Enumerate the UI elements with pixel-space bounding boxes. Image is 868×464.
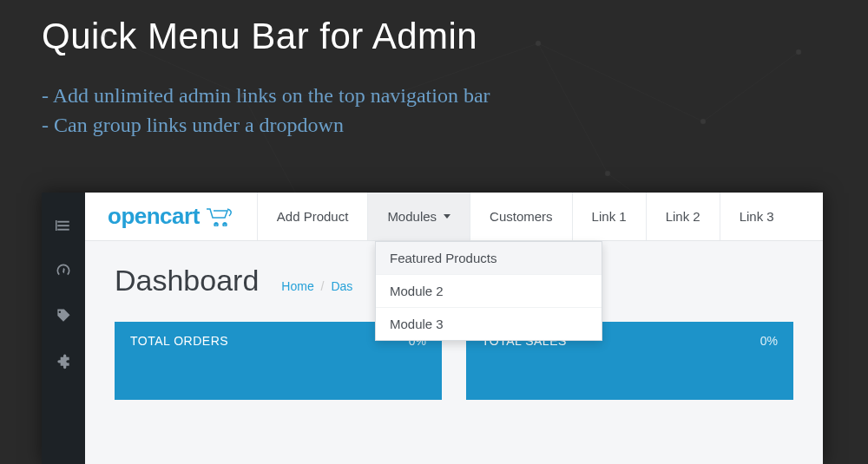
tag-icon <box>55 307 72 324</box>
svg-point-21 <box>214 222 218 225</box>
svg-line-0 <box>104 35 243 95</box>
nav-link-2[interactable]: Link 2 <box>646 193 720 240</box>
top-navbar: opencart Add Product Modules Customers L… <box>85 193 823 241</box>
svg-line-2 <box>391 43 538 95</box>
svg-point-8 <box>102 32 107 37</box>
admin-screenshot: opencart Add Product Modules Customers L… <box>42 193 823 464</box>
svg-line-5 <box>243 95 304 208</box>
breadcrumb: Home / Das <box>281 279 352 293</box>
sidebar-item-dashboard[interactable] <box>42 248 85 293</box>
sidebar-item-catalog[interactable] <box>42 293 85 338</box>
breadcrumb-home[interactable]: Home <box>281 279 313 293</box>
modules-dropdown: Featured Products Module 2 Module 3 <box>375 241 602 341</box>
dashboard-icon <box>55 262 72 279</box>
dropdown-module-3[interactable]: Module 3 <box>376 308 602 340</box>
dropdown-featured-products[interactable]: Featured Products <box>376 242 602 275</box>
breadcrumb-separator: / <box>321 279 325 293</box>
nav-link-1[interactable]: Link 1 <box>572 193 646 240</box>
chevron-down-icon <box>444 214 450 219</box>
svg-point-12 <box>700 119 706 124</box>
menu-icon <box>56 218 71 233</box>
opencart-logo[interactable]: opencart <box>85 203 257 230</box>
sidebar-item-menu[interactable] <box>42 203 85 248</box>
nav-link-3[interactable]: Link 3 <box>720 193 793 240</box>
svg-rect-19 <box>57 229 69 231</box>
svg-point-22 <box>223 222 227 225</box>
svg-rect-17 <box>57 221 69 223</box>
svg-point-10 <box>388 93 393 98</box>
svg-line-4 <box>703 52 799 121</box>
nav-customers[interactable]: Customers <box>470 193 572 240</box>
svg-rect-20 <box>56 220 57 231</box>
svg-rect-18 <box>57 225 69 226</box>
svg-point-15 <box>605 171 610 176</box>
nav-modules[interactable]: Modules <box>367 193 470 240</box>
logo-text: opencart <box>108 203 200 230</box>
svg-point-9 <box>240 93 246 98</box>
breadcrumb-current[interactable]: Das <box>331 279 352 293</box>
svg-line-3 <box>538 43 703 121</box>
nav-add-product[interactable]: Add Product <box>257 193 368 240</box>
sidebar <box>42 193 85 464</box>
svg-point-13 <box>796 49 801 55</box>
sidebar-item-extensions[interactable] <box>42 338 85 383</box>
puzzle-icon <box>55 352 72 369</box>
svg-line-6 <box>538 43 608 173</box>
dropdown-module-2[interactable]: Module 2 <box>376 275 602 308</box>
card-sales-pct: 0% <box>760 334 778 348</box>
page-title: Dashboard <box>115 264 259 297</box>
svg-point-11 <box>536 41 541 46</box>
cart-icon <box>205 207 234 226</box>
